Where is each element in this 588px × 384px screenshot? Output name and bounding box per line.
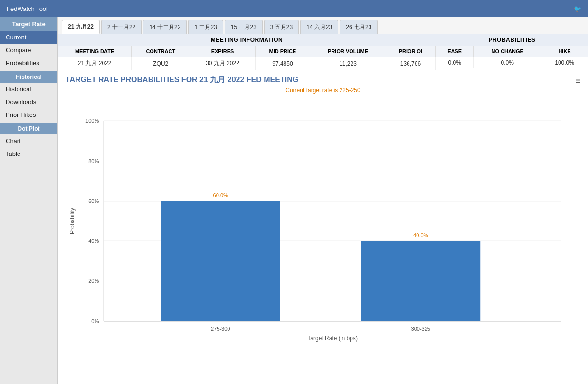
tab-6[interactable]: 14 六月23 (300, 20, 338, 34)
cell-hike: 100.0% (541, 57, 588, 69)
col-meeting-date: MEETING DATE (58, 46, 132, 57)
cell-contract: ZQU2 (132, 57, 190, 70)
tab-7[interactable]: 26 七月23 (340, 20, 378, 34)
col-no-change: NO CHANGE (474, 46, 541, 57)
col-prior-oi: PRIOR OI (386, 46, 435, 57)
cell-no-change: 0.0% (474, 57, 541, 69)
cell-prior-oi: 136,766 (386, 57, 435, 70)
sidebar-item-table[interactable]: Table (0, 147, 57, 160)
svg-text:100%: 100% (85, 118, 99, 124)
cell-meeting-date: 21 九月 2022 (58, 57, 132, 70)
tab-3[interactable]: 1 二月23 (188, 20, 223, 34)
historical-section-label: Historical (0, 71, 57, 83)
meeting-info-panel: MEETING INFORMATION MEETING DATE CONTRAC… (58, 34, 436, 70)
table-row: 21 九月 2022 ZQU2 30 九月 2022 97.4850 11,22… (58, 57, 436, 70)
cell-prior-volume: 11,223 (310, 57, 386, 70)
bar-275-300 (161, 201, 280, 321)
probabilities-panel: PROBABILITIES EASE NO CHANGE HIKE 0.0% 0… (436, 34, 588, 70)
meeting-info-header: MEETING INFORMATION (58, 34, 436, 46)
col-mid-price: MID PRICE (255, 46, 310, 57)
y-axis-label: Probability (69, 208, 76, 234)
sidebar: Target Rate Current Compare Probabilitie… (0, 17, 58, 384)
tab-0[interactable]: 21 九月22 (62, 20, 100, 34)
sidebar-item-chart[interactable]: Chart (0, 134, 57, 147)
sidebar-item-probabilities[interactable]: Probabilities (0, 57, 57, 69)
app-header: FedWatch Tool 🐦 (0, 0, 588, 17)
chart-area: TARGET RATE PROBABILITIES FOR 21 九月 2022… (58, 70, 588, 384)
prob-table: EASE NO CHANGE HIKE 0.0% 0.0% 100.0% (436, 46, 588, 68)
hamburger-icon[interactable]: ≡ (575, 76, 580, 86)
app-title: FedWatch Tool (7, 5, 47, 12)
tab-4[interactable]: 15 三月23 (225, 20, 263, 34)
bar-label-275-300: 60.0% (213, 192, 228, 198)
x-tick-300-325: 300-325 (411, 326, 430, 332)
cell-ease: 0.0% (436, 57, 474, 69)
svg-text:80%: 80% (88, 158, 99, 164)
x-axis-label: Target Rate (in bps) (307, 335, 358, 342)
cell-mid-price: 97.4850 (255, 57, 310, 70)
target-rate-btn[interactable]: Target Rate (0, 17, 57, 31)
x-tick-275-300: 275-300 (211, 326, 230, 332)
cell-expires: 30 九月 2022 (190, 57, 255, 70)
sidebar-item-prior-hikes[interactable]: Prior Hikes (0, 108, 57, 121)
prob-header: PROBABILITIES (436, 34, 588, 46)
col-prior-volume: PRIOR VOLUME (310, 46, 386, 57)
bar-300-325 (361, 241, 480, 321)
tab-1[interactable]: 2 十一月22 (101, 20, 142, 34)
svg-text:40%: 40% (88, 238, 99, 244)
tab-2[interactable]: 14 十二月22 (143, 20, 187, 34)
sidebar-item-compare[interactable]: Compare (0, 44, 57, 57)
col-expires: EXPIRES (190, 46, 255, 57)
col-ease: EASE (436, 46, 474, 57)
prob-row: 0.0% 0.0% 100.0% (436, 57, 588, 69)
meeting-tabs: 21 九月222 十一月2214 十二月221 二月2315 三月233 五月2… (58, 17, 588, 34)
chart-subtitle: Current target rate is 225-250 (66, 87, 580, 94)
probability-chart: 0% 20% 40% 60% 80% 100% Q ▶▶ 60.0% (66, 97, 580, 345)
sidebar-item-downloads[interactable]: Downloads (0, 96, 57, 108)
info-section: MEETING INFORMATION MEETING DATE CONTRAC… (58, 34, 588, 70)
dot-plot-section-label: Dot Plot (0, 123, 57, 134)
twitter-icon[interactable]: 🐦 (574, 5, 581, 12)
sidebar-item-historical[interactable]: Historical (0, 83, 57, 96)
chart-title: TARGET RATE PROBABILITIES FOR 21 九月 2022… (66, 75, 298, 85)
col-hike: HIKE (541, 46, 588, 57)
svg-text:0%: 0% (91, 318, 99, 324)
col-contract: CONTRACT (132, 46, 190, 57)
svg-text:60%: 60% (88, 198, 99, 204)
tab-5[interactable]: 3 五月23 (264, 20, 299, 34)
meeting-info-table: MEETING DATE CONTRACT EXPIRES MID PRICE … (58, 46, 436, 70)
bar-label-300-325: 40.0% (413, 232, 428, 238)
svg-text:20%: 20% (88, 278, 99, 284)
main-content: 21 九月222 十一月2214 十二月221 二月2315 三月233 五月2… (58, 17, 588, 384)
sidebar-item-current[interactable]: Current (0, 31, 57, 44)
